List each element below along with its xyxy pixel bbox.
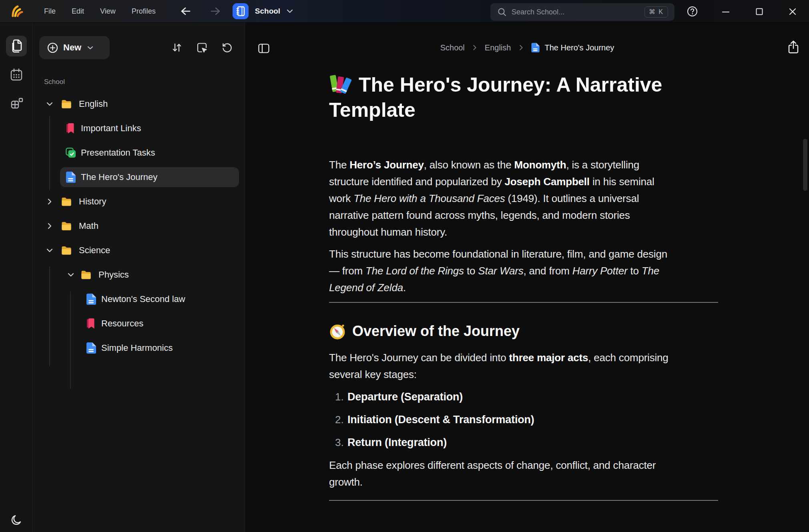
search-icon <box>498 8 506 16</box>
breadcrumb-current[interactable]: The Hero's Journey <box>531 42 614 53</box>
bookmark-icon <box>66 123 76 134</box>
sidebar-section-label: School <box>44 78 65 86</box>
folder-icon <box>61 246 72 255</box>
close-button[interactable] <box>789 8 796 15</box>
divider <box>329 500 718 501</box>
search-input[interactable]: Search School... ⌘ K <box>490 3 675 21</box>
chevron-right-icon <box>473 44 477 51</box>
sidebar-item-simple-harmonics[interactable]: Simple Harmonics <box>81 338 239 358</box>
document-header: School English The Hero's Journey <box>245 23 809 52</box>
sidebar-item-presentation-tasks[interactable]: Presentation Tasks <box>60 143 239 163</box>
pages-icon <box>10 39 23 53</box>
plus-circle-icon <box>47 42 58 53</box>
page-title: The Hero's Journey: A Narrative Template <box>329 72 737 123</box>
sidebar-item-label: Math <box>79 221 98 231</box>
sidebar-item-newton-s-second-law[interactable]: Newton's Second law <box>81 289 239 309</box>
sidebar-item-resources[interactable]: Resources <box>81 314 239 334</box>
menu-bar: File Edit View Profiles <box>44 7 156 16</box>
dark-mode-toggle[interactable] <box>6 510 27 530</box>
documents-rail-button[interactable] <box>6 36 27 56</box>
doc-icon <box>66 171 76 183</box>
sort-arrows-icon <box>172 42 182 53</box>
sidebar-item-label: Newton's Second law <box>101 294 185 304</box>
folder-icon <box>61 222 72 231</box>
import-button[interactable] <box>197 42 207 53</box>
act-list-item: 3.Return (Integration) <box>329 434 741 451</box>
chevron-down-icon[interactable] <box>46 248 53 252</box>
search-placeholder: Search School... <box>512 8 564 16</box>
acts-intro-paragraph: The Hero's Journey can be divided into t… <box>329 349 729 383</box>
sidebar-item-label: Important Links <box>81 123 141 134</box>
intro-paragraph: The Hero’s Journey, also known as the Mo… <box>329 156 729 240</box>
compass-emoji-icon <box>329 323 346 340</box>
title-bar: File Edit View Profiles School Search Sc… <box>0 0 809 23</box>
menu-file[interactable]: File <box>44 7 56 16</box>
sidebar-item-physics[interactable]: Physics <box>60 265 239 285</box>
app-rail <box>0 23 33 532</box>
forward-button[interactable] <box>210 7 221 16</box>
chevron-right-icon <box>519 44 523 51</box>
sidebar-item-label: Science <box>79 245 110 256</box>
menu-profiles[interactable]: Profiles <box>132 7 156 16</box>
sidebar-item-important-links[interactable]: Important Links <box>60 118 239 138</box>
app-logo-icon <box>10 5 24 18</box>
sidebar-item-english[interactable]: English <box>46 94 239 114</box>
sidebar-tree: EnglishImportant LinksPresentation Tasks… <box>33 94 245 362</box>
document-body[interactable]: The Hero's Journey: A Narrative Template… <box>329 23 741 501</box>
tree-guide-line <box>49 266 50 366</box>
doc-icon <box>86 342 96 354</box>
chevron-right-icon[interactable] <box>46 223 53 229</box>
scrollbar-thumb[interactable] <box>803 139 807 191</box>
sidebar-item-science[interactable]: Science <box>46 240 239 260</box>
chevron-down-icon <box>87 46 93 50</box>
maximize-button[interactable] <box>756 8 763 15</box>
act-list-item: 2.Initiation (Descent & Transformation) <box>329 411 741 428</box>
history-button[interactable] <box>222 42 233 53</box>
widgets-rail-button[interactable] <box>6 93 27 114</box>
minimize-button[interactable] <box>722 11 729 13</box>
sidebar-item-label: The Hero's Journey <box>81 172 157 182</box>
divider <box>329 302 718 303</box>
menu-view[interactable]: View <box>100 7 116 16</box>
sidebar-item-label: Presentation Tasks <box>81 148 155 158</box>
bookmark-icon <box>86 318 96 329</box>
sidebar-item-label: Resources <box>101 318 143 329</box>
share-button[interactable] <box>787 40 799 54</box>
share-icon <box>787 40 799 54</box>
sidebar-item-label: History <box>79 196 106 207</box>
sidebar-item-the-hero-s-journey[interactable]: The Hero's Journey <box>60 167 239 187</box>
chevron-down-icon[interactable] <box>46 102 53 106</box>
sidebar-item-math[interactable]: Math <box>46 216 239 236</box>
menu-edit[interactable]: Edit <box>72 7 84 16</box>
new-button-label: New <box>63 42 81 53</box>
select-cursor-icon <box>197 42 207 53</box>
calendar-rail-button[interactable] <box>6 64 27 85</box>
tasks-icon <box>66 147 76 158</box>
doc-icon <box>86 293 96 305</box>
outro-paragraph: Each phase explores different aspects of… <box>329 457 729 490</box>
section-heading: Overview of the Journey <box>329 322 741 341</box>
sort-button[interactable] <box>172 42 182 53</box>
sidebar-item-label: Simple Harmonics <box>101 343 173 353</box>
sidebar-item-history[interactable]: History <box>46 192 239 212</box>
document-icon <box>531 42 540 53</box>
chevron-right-icon[interactable] <box>46 198 53 205</box>
breadcrumb-folder[interactable]: English <box>485 43 511 52</box>
help-button[interactable] <box>687 6 698 17</box>
new-button[interactable]: New <box>39 36 110 59</box>
rotate-ccw-icon <box>222 42 233 53</box>
list-number: 2. <box>329 414 347 426</box>
workspace-switcher[interactable]: School <box>233 3 293 19</box>
act-label: Departure (Separation) <box>347 391 463 403</box>
books-emoji-icon <box>329 73 352 95</box>
sidebar-toggle-button[interactable] <box>258 44 269 53</box>
intro-paragraph-2: This structure has become foundational i… <box>329 246 729 296</box>
folder-icon <box>80 270 92 280</box>
workspace-notebook-icon <box>233 3 249 19</box>
panel-left-icon <box>258 44 269 53</box>
chevron-down-icon[interactable] <box>67 273 74 277</box>
back-button[interactable] <box>181 7 191 16</box>
list-number: 1. <box>329 391 347 403</box>
breadcrumb-workspace[interactable]: School <box>440 43 465 52</box>
sidebar-item-label: Physics <box>98 270 129 280</box>
